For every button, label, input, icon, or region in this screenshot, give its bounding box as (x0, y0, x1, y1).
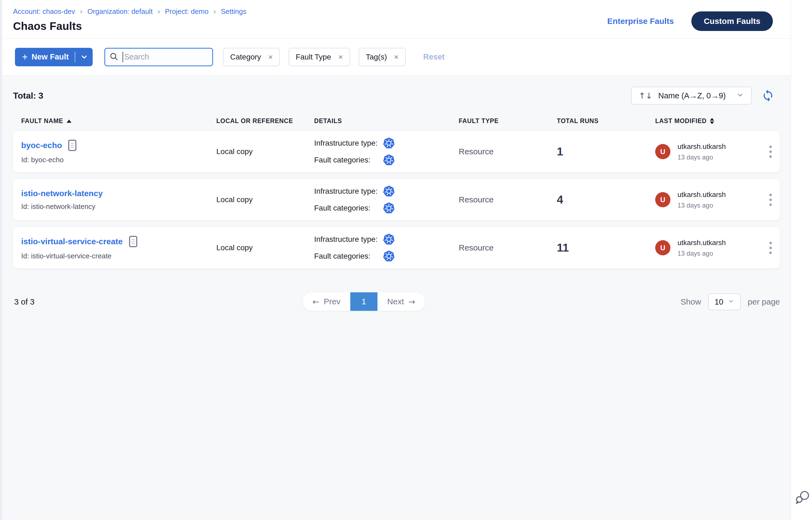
breadcrumb-project[interactable]: Project: demo (165, 7, 208, 16)
kubernetes-icon (383, 233, 395, 245)
total-runs-value: 4 (557, 193, 655, 206)
custom-faults-button[interactable]: Custom Faults (691, 11, 773, 31)
table-row[interactable]: istio-virtual-service-create Id: istio-v… (13, 227, 780, 268)
kubernetes-icon (383, 137, 395, 150)
right-gutter (791, 0, 812, 520)
breadcrumb-separator: › (213, 7, 216, 16)
main-panel: Account: chaos-dev › Organization: defau… (2, 0, 791, 520)
enterprise-faults-link[interactable]: Enterprise Faults (607, 17, 674, 26)
text-cursor (123, 52, 123, 62)
kubernetes-icon (383, 250, 395, 262)
pagination-bar: 3 of 3 ← Prev 1 Next → Show 10 (13, 292, 780, 311)
button-divider (75, 52, 75, 62)
fault-id: Id: byoc-echo (21, 156, 216, 164)
total-runs-value: 1 (557, 145, 655, 158)
table-row[interactable]: istio-network-latency Id: istio-network-… (13, 179, 780, 220)
kubernetes-icon (383, 202, 395, 214)
fault-manifest-icon[interactable] (68, 139, 77, 151)
filter-chips: Category × Fault Type × Tag(s) × (223, 48, 406, 66)
breadcrumb-organization[interactable]: Organization: default (87, 7, 153, 16)
table-row[interactable]: byoc-echo Id: byoc-echo Local copy Infra… (13, 131, 780, 172)
sort-both-icon (710, 118, 714, 124)
remove-filter-icon[interactable]: × (338, 53, 343, 61)
new-fault-label: New Fault (31, 52, 69, 61)
total-count: Total: 3 (13, 91, 43, 101)
plus-icon: + (22, 52, 28, 62)
prev-page-button[interactable]: ← Prev (303, 292, 350, 311)
fault-categories-label: Fault categories: (314, 252, 383, 261)
show-label: Show (681, 297, 701, 307)
modified-time: 13 days ago (678, 250, 726, 257)
infrastructure-type-label: Infrastructure type: (314, 187, 383, 196)
search-icon (109, 52, 119, 62)
local-or-reference-value: Local copy (216, 196, 314, 204)
reset-filters-button[interactable]: Reset (423, 52, 445, 61)
avatar: U (655, 240, 670, 255)
search-input[interactable] (124, 52, 208, 61)
row-menu-button[interactable] (761, 143, 780, 161)
fault-categories-label: Fault categories: (314, 156, 383, 164)
remove-filter-icon[interactable]: × (268, 53, 273, 61)
chevron-down-icon[interactable] (80, 53, 88, 61)
per-page-label: per page (748, 297, 780, 307)
modified-by: utkarsh.utkarsh (678, 238, 726, 247)
page-size-group: Show 10 per page (681, 293, 780, 310)
filter-chip-tags[interactable]: Tag(s) × (359, 48, 406, 66)
page-size-dropdown[interactable]: 10 (708, 293, 741, 310)
list-toolbar: Total: 3 ↑↓ Name (A→Z, 0→9) (13, 87, 780, 105)
filter-chip-label: Category (230, 53, 261, 61)
sort-dropdown-value: Name (A→Z, 0→9) (658, 91, 726, 100)
breadcrumb-account[interactable]: Account: chaos-dev (13, 7, 75, 16)
fault-type-value: Resource (459, 243, 557, 252)
arrow-right-icon: → (408, 297, 415, 307)
infrastructure-type-label: Infrastructure type: (314, 235, 383, 244)
table-header-row: FAULT NAME LOCAL OR REFERENCE DETAILS FA… (13, 118, 780, 125)
filter-chip-label: Fault Type (296, 53, 331, 61)
infrastructure-type-label: Infrastructure type: (314, 139, 383, 148)
modified-time: 13 days ago (678, 154, 726, 161)
page-size-value: 10 (714, 297, 723, 307)
fault-type-value: Resource (459, 195, 557, 204)
modified-by: utkarsh.utkarsh (678, 190, 726, 199)
pagination-range: 3 of 3 (14, 297, 34, 307)
window-left-edge (0, 0, 2, 520)
search-box[interactable] (104, 48, 213, 66)
local-or-reference-value: Local copy (216, 243, 314, 252)
fault-type-value: Resource (459, 147, 557, 156)
fault-id: Id: istio-network-latency (21, 202, 216, 211)
page-header: Account: chaos-dev › Organization: defau… (2, 0, 791, 38)
avatar: U (655, 144, 670, 159)
fault-name-link[interactable]: istio-virtual-service-create (21, 237, 123, 246)
next-page-button[interactable]: Next → (378, 292, 425, 311)
header-actions: Enterprise Faults Custom Faults (607, 11, 773, 31)
pager: ← Prev 1 Next → (303, 292, 425, 311)
faults-content: Total: 3 ↑↓ Name (A→Z, 0→9) FAULT NAME (2, 76, 791, 520)
modified-time: 13 days ago (678, 202, 726, 209)
breadcrumb-settings[interactable]: Settings (221, 7, 247, 16)
chevron-down-icon (728, 297, 734, 307)
row-menu-button[interactable] (761, 191, 780, 209)
total-runs-value: 11 (557, 241, 655, 254)
breadcrumb-separator: › (79, 7, 83, 16)
sort-arrows-icon: ↑↓ (639, 91, 652, 101)
local-or-reference-value: Local copy (216, 147, 314, 156)
filter-chip-fault-type[interactable]: Fault Type × (288, 48, 350, 66)
fault-name-link[interactable]: istio-network-latency (21, 189, 103, 198)
avatar: U (655, 192, 670, 207)
page-number-active[interactable]: 1 (350, 292, 378, 311)
chat-help-icon[interactable] (795, 490, 810, 504)
new-fault-button[interactable]: + New Fault (15, 48, 93, 66)
column-header-fault-type: FAULT TYPE (459, 118, 557, 125)
fault-manifest-icon[interactable] (128, 236, 138, 248)
column-header-fault-name[interactable]: FAULT NAME (21, 118, 216, 125)
sort-asc-icon (67, 120, 72, 123)
sort-dropdown[interactable]: ↑↓ Name (A→Z, 0→9) (631, 87, 752, 105)
filter-chip-category[interactable]: Category × (223, 48, 280, 66)
column-header-last-modified[interactable]: LAST MODIFIED (655, 118, 761, 125)
fault-name-link[interactable]: byoc-echo (21, 141, 62, 150)
remove-filter-icon[interactable]: × (394, 53, 399, 61)
refresh-button[interactable] (761, 89, 775, 102)
column-header-local-or-reference: LOCAL OR REFERENCE (216, 118, 314, 125)
row-menu-button[interactable] (761, 239, 780, 257)
chevron-down-icon (736, 91, 744, 100)
